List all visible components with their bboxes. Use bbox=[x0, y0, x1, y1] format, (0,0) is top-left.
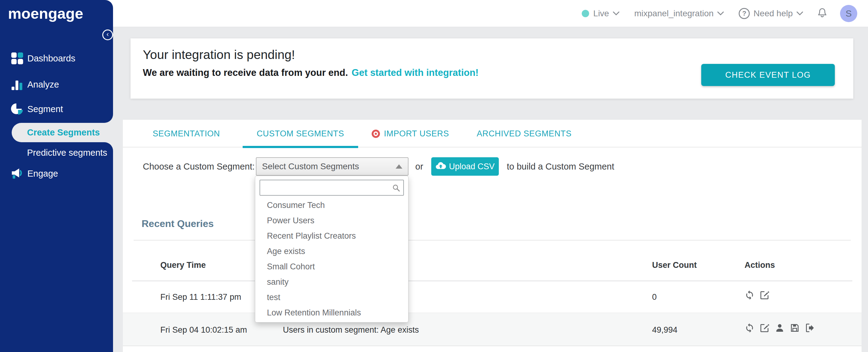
pie-chart-icon bbox=[10, 102, 24, 116]
edit-icon[interactable] bbox=[760, 323, 770, 333]
recent-queries-title: Recent Queries bbox=[142, 218, 214, 229]
workspace-switcher[interactable]: mixpanel_integration bbox=[634, 9, 724, 19]
sidebar-item-analyze[interactable]: Analyze bbox=[0, 76, 113, 93]
sidebar-item-label: Engage bbox=[27, 169, 58, 179]
choose-segment-label: Choose a Custom Segment: bbox=[143, 157, 255, 176]
row-actions bbox=[745, 323, 815, 333]
dropdown-option[interactable]: test bbox=[255, 290, 408, 305]
column-header-actions: Actions bbox=[745, 260, 775, 270]
column-header-user-count: User Count bbox=[652, 260, 697, 270]
tab-label: CUSTOM SEGMENTS bbox=[257, 129, 344, 138]
bell-icon bbox=[817, 7, 828, 20]
notifications-button[interactable] bbox=[817, 7, 828, 20]
dropdown-option[interactable]: sanity bbox=[255, 274, 408, 290]
red-target-icon bbox=[372, 130, 380, 138]
environment-label: Live bbox=[593, 9, 609, 19]
sidebar-item-label: Predictive segments bbox=[27, 148, 107, 158]
export-icon[interactable] bbox=[805, 323, 815, 333]
sidebar-item-engage[interactable]: Engage bbox=[0, 165, 113, 182]
dropdown-option[interactable]: Power Users bbox=[255, 213, 408, 228]
sidebar-item-label: Analyze bbox=[27, 79, 59, 90]
dropdown-search-box bbox=[259, 180, 404, 196]
top-bar: Live mixpanel_integration Need help bbox=[0, 0, 868, 27]
sidebar-item-label: Segment bbox=[27, 104, 63, 114]
upload-csv-button[interactable]: Upload CSV bbox=[431, 157, 499, 176]
chevron-down-icon bbox=[613, 11, 620, 16]
live-status-dot bbox=[582, 10, 589, 17]
sidebar-item-predictive-segments[interactable]: Predictive segments bbox=[27, 144, 107, 161]
tab-archived-segments[interactable]: ARCHIVED SEGMENTS bbox=[477, 120, 571, 148]
dropdown-option[interactable]: Consumer Tech bbox=[255, 197, 408, 213]
or-text: or bbox=[415, 157, 423, 176]
sidebar-item-label: Create Segments bbox=[27, 127, 100, 138]
divider bbox=[134, 240, 851, 241]
get-started-link[interactable]: Get started with integration! bbox=[352, 67, 478, 78]
triangle-up-icon bbox=[396, 164, 402, 169]
need-help-menu[interactable]: Need help bbox=[739, 8, 803, 19]
integration-pending-banner: Your integration is pending! We are wait… bbox=[130, 38, 853, 99]
table-row: Fri Sep 04 10:02:15 am Users in custom s… bbox=[123, 313, 862, 346]
query-time-cell: Fri Sep 11 1:11:37 pm bbox=[160, 292, 241, 302]
query-time-cell: Fri Sep 04 10:02:15 am bbox=[160, 325, 247, 335]
user-count-cell: 49,994 bbox=[652, 325, 678, 335]
select-value: Select Custom Segments bbox=[262, 162, 359, 171]
custom-segment-dropdown-panel: Consumer Tech Power Users Recent Playlis… bbox=[255, 176, 408, 322]
tab-label: ARCHIVED SEGMENTS bbox=[477, 129, 571, 138]
build-segment-suffix: to build a Custom Segment bbox=[507, 157, 614, 176]
user-icon[interactable] bbox=[775, 323, 785, 333]
chevron-down-icon bbox=[797, 11, 803, 16]
dropdown-option[interactable]: Recent Playlist Creators bbox=[255, 228, 408, 244]
upload-csv-label: Upload CSV bbox=[449, 162, 495, 171]
refresh-icon[interactable] bbox=[745, 323, 755, 333]
banner-title: Your integration is pending! bbox=[143, 47, 295, 62]
edit-icon[interactable] bbox=[760, 290, 770, 300]
dropdown-options-list: Consumer Tech Power Users Recent Playlis… bbox=[255, 197, 408, 320]
grid-icon bbox=[10, 51, 24, 65]
user-count-cell: 0 bbox=[652, 292, 657, 302]
dropdown-option[interactable]: Low Retention Millennials bbox=[255, 305, 408, 320]
search-icon bbox=[392, 184, 400, 192]
tab-custom-segments-active[interactable]: CUSTOM SEGMENTS bbox=[243, 120, 358, 148]
check-event-log-button[interactable]: CHECK EVENT LOG bbox=[701, 64, 835, 86]
banner-message-text: We are waiting to receive data from your… bbox=[143, 67, 348, 78]
sidebar-item-create-segments-active[interactable]: Create Segments bbox=[12, 123, 113, 142]
megaphone-icon bbox=[10, 166, 24, 181]
sidebar-item-dashboards[interactable]: Dashboards bbox=[0, 50, 113, 67]
tab-import-users[interactable]: IMPORT USERS bbox=[372, 120, 449, 148]
tabs-row: SEGMENTATION CUSTOM SEGMENTS IMPORT USER… bbox=[123, 120, 862, 148]
question-circle-icon bbox=[739, 8, 750, 19]
dropdown-option[interactable]: Small Cohort bbox=[255, 259, 408, 274]
bar-chart-icon bbox=[10, 77, 24, 92]
avatar-initial: S bbox=[845, 8, 852, 19]
refresh-icon[interactable] bbox=[745, 290, 755, 300]
save-icon[interactable] bbox=[790, 323, 800, 333]
tab-label: SEGMENTATION bbox=[153, 129, 220, 138]
column-header-query-time: Query Time bbox=[160, 260, 206, 270]
moengage-logo: moengage bbox=[8, 5, 83, 22]
need-help-label: Need help bbox=[753, 9, 793, 19]
tab-segmentation[interactable]: SEGMENTATION bbox=[153, 120, 220, 148]
tab-label: IMPORT USERS bbox=[384, 129, 449, 138]
chevron-down-icon bbox=[717, 11, 724, 16]
row-actions bbox=[745, 290, 770, 300]
workspace-name: mixpanel_integration bbox=[634, 9, 713, 19]
moengage-create-segments-page: Live mixpanel_integration Need help bbox=[0, 0, 868, 352]
sidebar-collapse-button[interactable] bbox=[102, 30, 113, 40]
sidebar: moengage Dashboards Analyze bbox=[0, 0, 113, 352]
custom-segment-select[interactable]: Select Custom Segments bbox=[256, 157, 408, 176]
sidebar-item-label: Dashboards bbox=[27, 54, 75, 64]
cloud-upload-icon bbox=[436, 162, 446, 172]
sidebar-notch bbox=[95, 114, 113, 123]
table-row: Fri Sep 11 1:11:37 pm 0 bbox=[123, 281, 862, 313]
query-description-cell: Users in custom segment: Age exists bbox=[283, 325, 419, 335]
dropdown-option[interactable]: Age exists bbox=[255, 244, 408, 259]
banner-message: We are waiting to receive data from your… bbox=[143, 67, 478, 78]
dropdown-search-input[interactable] bbox=[260, 180, 403, 195]
environment-switcher[interactable]: Live bbox=[582, 9, 620, 19]
user-avatar[interactable]: S bbox=[840, 5, 857, 22]
segments-content-card: SEGMENTATION CUSTOM SEGMENTS IMPORT USER… bbox=[123, 120, 862, 352]
